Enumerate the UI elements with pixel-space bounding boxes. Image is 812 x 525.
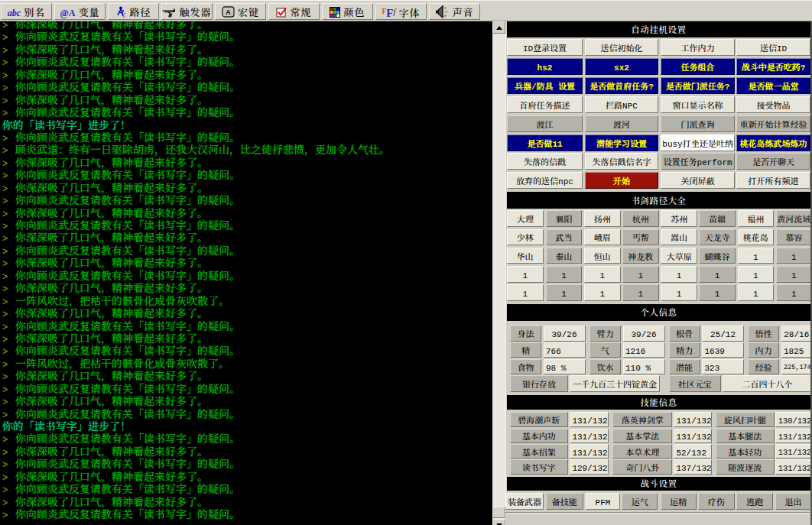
svg-text:A: A — [226, 8, 231, 16]
